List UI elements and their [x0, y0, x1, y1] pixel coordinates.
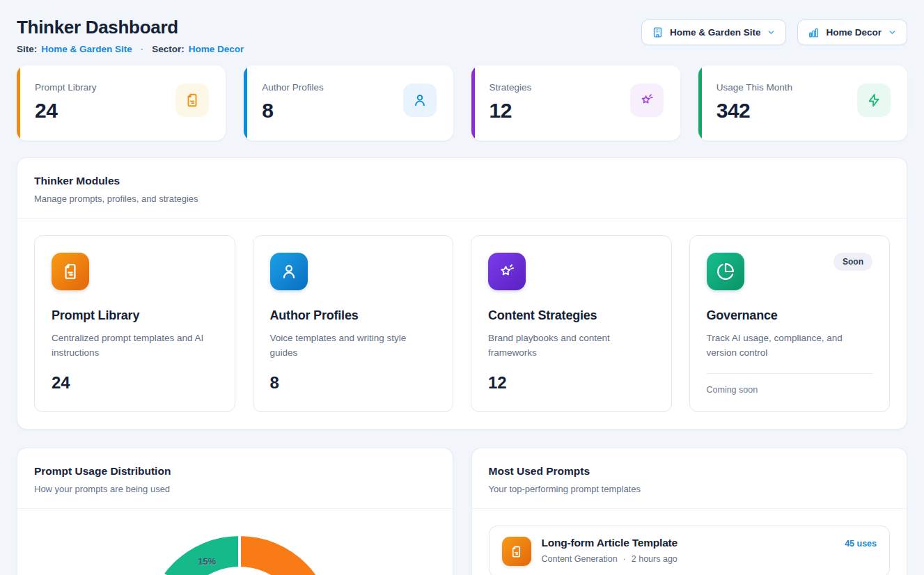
prompt-uses-count: 45 uses [845, 537, 877, 549]
document-icon [502, 537, 531, 566]
building-icon [652, 26, 664, 38]
bottom-row: Prompt Usage Distribution How your promp… [17, 448, 907, 575]
coming-soon-text: Coming soon [707, 385, 873, 395]
breadcrumb: Site: Home & Garden Site · Sector: Home … [17, 44, 244, 54]
user-icon [270, 253, 308, 290]
header-controls: Home & Garden Site Home Decor [641, 19, 907, 45]
soon-badge: Soon [833, 253, 872, 271]
prompts-panel-header: Most Used Prompts Your top-performing pr… [472, 448, 907, 509]
donut-chart[interactable]: 15% [146, 536, 334, 575]
most-used-prompts-panel: Most Used Prompts Your top-performing pr… [471, 448, 908, 575]
page-title: Thinker Dashboard [17, 17, 244, 38]
sparkle-star-icon [488, 253, 526, 290]
prompt-item-texts: Long-form Article Template Content Gener… [542, 537, 678, 564]
prompt-category: Content Generation [542, 554, 618, 564]
module-description: Track AI usage, compliance, and version … [707, 331, 873, 361]
sparkle-star-icon [630, 84, 664, 117]
module-title: Content Strategies [488, 308, 655, 323]
site-dropdown-label: Home & Garden Site [670, 27, 761, 38]
usage-panel-title: Prompt Usage Distribution [34, 465, 436, 478]
divider [707, 373, 873, 374]
document-icon [175, 84, 209, 117]
sector-dropdown[interactable]: Home Decor [797, 19, 907, 45]
stat-card-strategies: Strategies 12 [471, 65, 680, 141]
prompt-list-item[interactable]: Long-form Article Template Content Gener… [489, 526, 891, 575]
chevron-down-icon [767, 28, 776, 37]
modules-title: Thinker Modules [34, 175, 890, 187]
usage-panel-subtitle: How your prompts are being used [34, 484, 436, 494]
separator-dot: · [141, 44, 144, 54]
separator-dot: · [623, 554, 626, 564]
header-titles: Thinker Dashboard Site: Home & Garden Si… [17, 17, 244, 54]
module-card-content-strategies[interactable]: Content Strategies Brand playbooks and c… [471, 235, 672, 412]
site-label: Site: [17, 44, 37, 54]
bar-chart-icon [808, 26, 820, 38]
module-description: Centralized prompt templates and AI inst… [52, 331, 218, 361]
stat-card-prompt-library: Prompt Library 24 [17, 65, 226, 141]
prompt-item-title: Long-form Article Template [542, 537, 678, 549]
prompts-panel-subtitle: Your top-performing prompt templates [489, 484, 891, 494]
module-title: Governance [707, 308, 873, 323]
stat-card-usage: Usage This Month 342 [698, 65, 907, 141]
prompt-item-meta: Content Generation · 2 hours ago [542, 554, 678, 564]
usage-panel-header: Prompt Usage Distribution How your promp… [17, 448, 453, 509]
lightning-icon [857, 84, 891, 117]
module-count: 24 [52, 373, 218, 393]
site-link[interactable]: Home & Garden Site [41, 44, 132, 54]
module-title: Author Profiles [270, 308, 437, 323]
page-header: Thinker Dashboard Site: Home & Garden Si… [17, 17, 907, 54]
prompt-list: Long-form Article Template Content Gener… [472, 509, 907, 575]
usage-distribution-panel: Prompt Usage Distribution How your promp… [17, 448, 453, 575]
modules-header: Thinker Modules Manage prompts, profiles… [17, 158, 907, 219]
modules-grid: Prompt Library Centralized prompt templa… [17, 219, 907, 429]
sector-link[interactable]: Home Decor [189, 44, 244, 54]
module-count: 12 [488, 373, 655, 393]
donut-chart-area: 15% [17, 509, 453, 575]
pie-chart-icon [707, 253, 744, 290]
module-title: Prompt Library [52, 308, 218, 323]
module-description: Voice templates and writing style guides [270, 331, 437, 361]
user-icon [403, 84, 437, 117]
modules-subtitle: Manage prompts, profiles, and strategies [34, 194, 890, 204]
chevron-down-icon [888, 28, 897, 37]
stat-card-author-profiles: Author Profiles 8 [244, 65, 453, 141]
document-icon [52, 253, 89, 290]
site-dropdown[interactable]: Home & Garden Site [641, 19, 787, 45]
module-count: 8 [270, 373, 437, 393]
module-description: Brand playbooks and content frameworks [488, 331, 655, 361]
module-card-author-profiles[interactable]: Author Profiles Voice templates and writ… [253, 235, 454, 412]
module-card-governance[interactable]: Soon Governance Track AI usage, complian… [689, 235, 891, 412]
sector-dropdown-label: Home Decor [826, 27, 882, 38]
stats-row: Prompt Library 24 Author Profiles 8 Stra… [17, 65, 907, 141]
sector-label: Sector: [152, 44, 185, 54]
donut-segment-label: 15% [198, 556, 216, 567]
prompt-time: 2 hours ago [632, 554, 678, 564]
prompts-panel-title: Most Used Prompts [489, 465, 891, 478]
modules-section: Thinker Modules Manage prompts, profiles… [17, 157, 907, 430]
module-card-prompt-library[interactable]: Prompt Library Centralized prompt templa… [34, 235, 235, 412]
dashboard-page: Thinker Dashboard Site: Home & Garden Si… [0, 0, 924, 575]
